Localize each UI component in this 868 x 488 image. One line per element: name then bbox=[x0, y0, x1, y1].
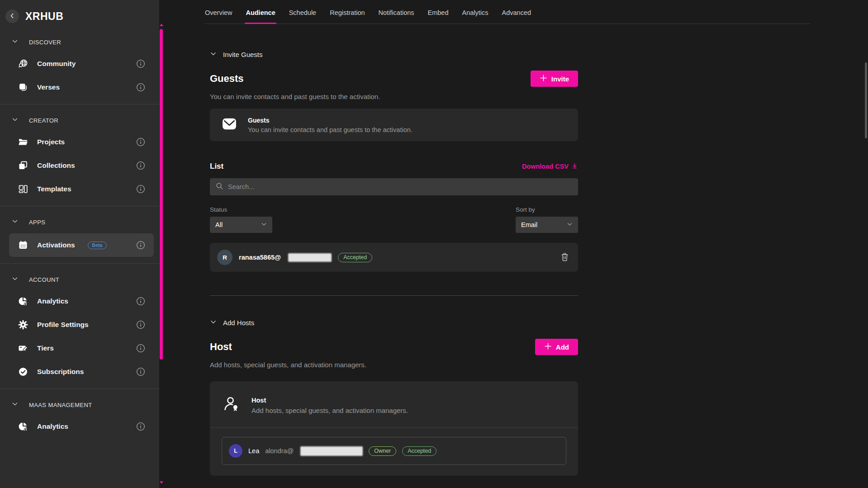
sidebar-item-tiers[interactable]: Tiers bbox=[0, 338, 159, 359]
info-icon[interactable] bbox=[136, 320, 146, 330]
search-bar bbox=[210, 178, 578, 195]
gear-icon bbox=[17, 319, 29, 331]
back-button[interactable] bbox=[5, 9, 19, 23]
sort-by-dropdown[interactable]: Email bbox=[516, 217, 578, 233]
community-icon bbox=[17, 58, 29, 70]
sidebar-divider bbox=[0, 389, 159, 389]
sidebar-scrollbar[interactable] bbox=[159, 0, 164, 488]
trash-icon bbox=[560, 252, 569, 263]
tab-audience[interactable]: Audience bbox=[246, 9, 275, 17]
sidebar-scrollbar-thumb[interactable] bbox=[160, 29, 163, 360]
accepted-status-badge: Accepted bbox=[338, 253, 372, 262]
tab-embed[interactable]: Embed bbox=[428, 9, 449, 17]
guest-avatar: R bbox=[217, 250, 232, 265]
sidebar-item-activations[interactable]: Activations Beta bbox=[9, 233, 154, 257]
status-filter-label: Status bbox=[210, 206, 272, 213]
host-avatar: L bbox=[229, 444, 242, 458]
chevron-left-icon bbox=[9, 13, 15, 20]
info-icon[interactable] bbox=[136, 59, 146, 69]
sidebar-item-label: Collections bbox=[37, 161, 75, 170]
section-header-creator[interactable]: CREATOR bbox=[0, 112, 159, 129]
main-content: Overview Audience Schedule Registration … bbox=[164, 0, 868, 488]
host-title: Host bbox=[210, 341, 232, 353]
tiers-icon bbox=[17, 342, 29, 354]
sidebar-item-analytics[interactable]: Analytics bbox=[0, 291, 159, 312]
accepted-status-badge: Accepted bbox=[402, 446, 436, 456]
chevron-down-icon bbox=[210, 318, 217, 327]
download-icon bbox=[571, 162, 578, 171]
owner-role-badge: Owner bbox=[369, 446, 396, 456]
tab-analytics[interactable]: Analytics bbox=[462, 9, 488, 17]
info-icon[interactable] bbox=[136, 82, 146, 92]
tab-overview[interactable]: Overview bbox=[205, 9, 232, 17]
add-hosts-toggle[interactable]: Add Hosts bbox=[210, 318, 578, 327]
section-label: CREATOR bbox=[29, 117, 58, 124]
download-csv-link[interactable]: Download CSV bbox=[522, 162, 578, 171]
section-label: DISCOVER bbox=[29, 39, 61, 46]
collections-icon bbox=[17, 160, 29, 171]
section-header-account[interactable]: ACCOUNT bbox=[0, 271, 159, 288]
sidebar-item-label: Activations bbox=[37, 241, 75, 249]
add-host-button-label: Add bbox=[556, 343, 569, 351]
activations-icon bbox=[17, 239, 29, 251]
sort-by-dropdown-value: Email bbox=[521, 221, 537, 228]
tab-registration[interactable]: Registration bbox=[330, 9, 365, 17]
chevron-down-icon bbox=[261, 221, 267, 228]
info-icon[interactable] bbox=[136, 137, 146, 147]
add-host-button[interactable]: Add bbox=[535, 339, 578, 355]
status-dropdown-value: All bbox=[215, 221, 223, 228]
info-icon[interactable] bbox=[136, 343, 146, 353]
scroll-up-arrow-icon[interactable] bbox=[160, 24, 163, 26]
sidebar-item-subscriptions[interactable]: Subscriptions bbox=[0, 361, 159, 382]
sidebar-logo-row: XRHUB bbox=[0, 0, 159, 26]
host-card: Host Add hosts, special guests, and acti… bbox=[210, 381, 578, 476]
info-icon[interactable] bbox=[136, 240, 146, 250]
guests-card-description: You can invite contacts and past guests … bbox=[248, 126, 413, 133]
redacted-email-domain bbox=[300, 446, 363, 456]
chevron-down-icon bbox=[210, 50, 217, 59]
tab-notifications[interactable]: Notifications bbox=[379, 9, 414, 17]
section-header-apps[interactable]: APPS bbox=[0, 213, 159, 231]
sidebar-item-collections[interactable]: Collections bbox=[0, 155, 159, 176]
sidebar-item-projects[interactable]: Projects bbox=[0, 132, 159, 152]
guests-info-card: Guests You can invite contacts and past … bbox=[210, 109, 578, 141]
beta-badge: Beta bbox=[88, 242, 107, 249]
xrhub-app: XRHUB DISCOVER Community bbox=[0, 0, 868, 488]
chevron-down-icon bbox=[12, 218, 18, 226]
tab-advanced[interactable]: Advanced bbox=[502, 9, 531, 17]
section-divider bbox=[210, 295, 578, 296]
info-icon[interactable] bbox=[136, 296, 146, 306]
sidebar-item-profile-settings[interactable]: Profile Settings bbox=[0, 314, 159, 335]
invite-guests-toggle[interactable]: Invite Guests bbox=[210, 50, 578, 59]
tab-schedule[interactable]: Schedule bbox=[289, 9, 316, 17]
sidebar-item-label: Subscriptions bbox=[37, 368, 84, 376]
section-label: ACCOUNT bbox=[29, 276, 59, 283]
chevron-down-icon bbox=[567, 221, 573, 228]
sidebar-item-maas-analytics[interactable]: Analytics bbox=[0, 416, 159, 437]
sidebar-item-community[interactable]: Community bbox=[0, 53, 159, 74]
section-header-maas-management[interactable]: MAAS MANAGEMENT bbox=[0, 396, 159, 413]
delete-guest-button[interactable] bbox=[559, 250, 571, 265]
section-label: MAAS MANAGEMENT bbox=[29, 402, 92, 408]
info-icon[interactable] bbox=[136, 184, 146, 194]
search-input[interactable] bbox=[228, 183, 572, 190]
section-header-discover[interactable]: DISCOVER bbox=[0, 33, 159, 51]
host-name: Lea bbox=[248, 447, 259, 455]
redacted-email-domain bbox=[288, 253, 332, 262]
sidebar-item-verses[interactable]: Verses bbox=[0, 77, 159, 98]
info-icon[interactable] bbox=[136, 161, 146, 171]
page-scrollbar[interactable] bbox=[865, 62, 867, 138]
sidebar-item-label: Verses bbox=[37, 83, 60, 91]
info-icon[interactable] bbox=[136, 422, 146, 431]
projects-icon bbox=[17, 136, 29, 148]
sidebar-item-templates[interactable]: Templates bbox=[0, 179, 159, 199]
status-dropdown[interactable]: All bbox=[210, 217, 272, 233]
invite-button[interactable]: Invite bbox=[531, 71, 578, 87]
sidebar: XRHUB DISCOVER Community bbox=[0, 0, 159, 488]
scroll-down-arrow-icon[interactable] bbox=[160, 481, 163, 484]
host-description: Add hosts, special guests, and activatio… bbox=[210, 361, 578, 369]
add-hosts-toggle-label: Add Hosts bbox=[223, 319, 254, 327]
list-title: List bbox=[210, 162, 223, 171]
sidebar-item-label: Templates bbox=[37, 185, 71, 193]
info-icon[interactable] bbox=[136, 367, 146, 377]
